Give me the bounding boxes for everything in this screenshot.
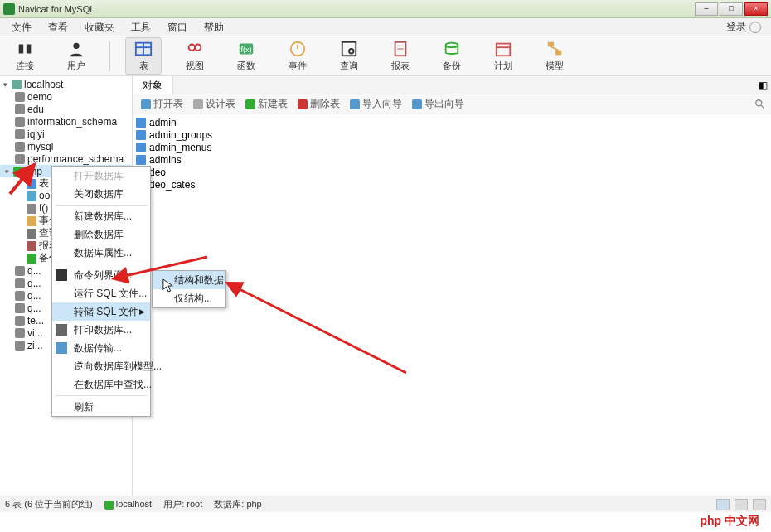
- svg-rect-20: [548, 42, 554, 47]
- import-wizard-button[interactable]: 导入向导: [347, 97, 405, 111]
- printer-icon: [56, 324, 67, 336]
- svg-point-2: [73, 43, 79, 49]
- ctx-close-db[interactable]: 关闭数据库: [52, 185, 150, 203]
- db-edu[interactable]: edu: [0, 103, 132, 115]
- ctx-refresh[interactable]: 刷新: [52, 398, 150, 416]
- status-view-switcher: [716, 499, 766, 510]
- menubar: 文件 查看 收藏夹 工具 窗口 帮助 登录: [0, 18, 771, 36]
- ctx-data-transfer[interactable]: 数据传输...: [52, 339, 150, 357]
- toolbar-event[interactable]: 事件: [279, 40, 316, 72]
- function-icon: [27, 204, 36, 214]
- svg-point-13: [349, 49, 354, 54]
- menu-window[interactable]: 窗口: [159, 18, 196, 36]
- table-row[interactable]: admin_menus: [136, 141, 768, 153]
- db-mysql[interactable]: mysql: [0, 140, 132, 152]
- new-table-button[interactable]: 新建表: [242, 97, 291, 111]
- menu-login[interactable]: 登录: [726, 20, 768, 34]
- close-button[interactable]: ×: [744, 2, 768, 16]
- svg-point-17: [446, 43, 458, 48]
- toolbar-table[interactable]: 表: [125, 37, 162, 75]
- toolbar-model[interactable]: 模型: [536, 40, 573, 72]
- report-icon: [391, 40, 410, 58]
- tab-objects[interactable]: 对象: [133, 76, 173, 94]
- backup-icon: [27, 254, 36, 264]
- server-node[interactable]: ▾localhost: [0, 78, 132, 90]
- statusbar: 6 表 (6 位于当前的组) localhost 用户: root 数据库: p…: [0, 496, 771, 512]
- ctx-db-props[interactable]: 数据库属性...: [52, 244, 150, 262]
- menu-file[interactable]: 文件: [3, 18, 40, 36]
- db-information-schema[interactable]: information_schema: [0, 115, 132, 128]
- table-row[interactable]: admin: [136, 116, 768, 128]
- ctx-print-db[interactable]: 打印数据库...: [52, 321, 150, 339]
- view-grid-icon[interactable]: [753, 499, 766, 510]
- ctx-new-db[interactable]: 新建数据库...: [52, 207, 150, 225]
- menu-help[interactable]: 帮助: [196, 18, 232, 36]
- menu-tools[interactable]: 工具: [123, 18, 159, 36]
- database-icon: [15, 92, 25, 102]
- terminal-icon: [56, 269, 67, 281]
- login-label: 登录: [726, 21, 746, 32]
- person-icon: [67, 40, 85, 58]
- database-icon: [15, 104, 25, 114]
- minimize-button[interactable]: –: [695, 2, 718, 16]
- view-list-icon[interactable]: [716, 499, 730, 510]
- database-icon: [15, 291, 25, 301]
- table-row[interactable]: admin_groups: [136, 128, 768, 141]
- ctx-find-in-db[interactable]: 在数据库中查找...: [52, 375, 150, 394]
- db-demo[interactable]: demo: [0, 90, 132, 103]
- ctx-dump-sql[interactable]: 转储 SQL 文件▶: [52, 302, 150, 321]
- table-icon: [136, 143, 146, 152]
- menu-view[interactable]: 查看: [40, 18, 76, 36]
- toolbar-user[interactable]: 用户: [58, 40, 95, 72]
- menu-favorites[interactable]: 收藏夹: [76, 18, 123, 36]
- ctx-run-sql[interactable]: 运行 SQL 文件...: [52, 284, 150, 302]
- plus-icon: [245, 99, 255, 109]
- tab-new-icon[interactable]: ◧: [754, 80, 771, 91]
- toolbar-query[interactable]: 查询: [331, 40, 367, 72]
- table-row[interactable]: deo: [136, 166, 768, 178]
- window-buttons: – □ ×: [693, 2, 768, 16]
- design-table-button[interactable]: 设计表: [190, 97, 239, 111]
- ctx-cli[interactable]: 命令列界面...: [52, 266, 150, 284]
- ctx-delete-db[interactable]: 删除数据库: [52, 225, 150, 244]
- toolbar-connection[interactable]: 连接: [7, 40, 43, 72]
- table-icon: [136, 155, 146, 165]
- database-icon: [15, 278, 25, 288]
- ctx-struct-and-data[interactable]: 结构和数据...: [153, 271, 225, 289]
- ctx-struct-only[interactable]: 仅结构...: [153, 289, 225, 307]
- design-icon: [193, 99, 203, 109]
- table-row[interactable]: deo_cates: [136, 178, 768, 191]
- toolbar-backup[interactable]: 备份: [434, 40, 470, 72]
- plug-icon: [16, 40, 34, 58]
- table-icon: [136, 118, 146, 128]
- open-table-button[interactable]: 打开表: [138, 97, 187, 111]
- query-icon: [27, 229, 36, 239]
- toolbar: 连接 用户 表 视图 f(x)函数 事件 查询 报表 备份 计划 模型: [0, 36, 771, 76]
- table-row[interactable]: admins: [136, 153, 768, 166]
- search-icon[interactable]: [754, 99, 766, 110]
- delete-table-button[interactable]: 删除表: [294, 97, 343, 111]
- status-conn: localhost: [104, 499, 152, 510]
- database-icon: [15, 266, 25, 276]
- app-icon: [3, 3, 15, 15]
- database-icon: [15, 154, 25, 164]
- toolbar-function[interactable]: f(x)函数: [228, 40, 264, 72]
- svg-line-22: [550, 46, 558, 51]
- view-detail-icon[interactable]: [735, 499, 748, 510]
- ctx-open-db[interactable]: 打开数据库: [52, 167, 150, 185]
- toolbar-view[interactable]: 视图: [177, 40, 213, 72]
- maximize-button[interactable]: □: [720, 2, 743, 16]
- report-icon: [27, 241, 36, 251]
- context-menu: 打开数据库 关闭数据库 新建数据库... 删除数据库 数据库属性... 命令列界…: [51, 166, 151, 417]
- database-icon: [15, 142, 25, 152]
- ctx-reverse-model[interactable]: 逆向数据库到模型...: [52, 357, 150, 375]
- status-user: 用户: root: [163, 498, 202, 510]
- toolbar-schedule[interactable]: 计划: [485, 40, 521, 72]
- db-iqiyi[interactable]: iqiyi: [0, 128, 132, 140]
- toolbar-report[interactable]: 报表: [382, 40, 419, 72]
- svg-rect-18: [497, 44, 511, 56]
- chevron-right-icon: ▶: [139, 307, 145, 316]
- db-performance-schema[interactable]: performance_schema: [0, 152, 132, 165]
- database-icon: [15, 328, 25, 338]
- export-wizard-button[interactable]: 导出向导: [409, 97, 468, 111]
